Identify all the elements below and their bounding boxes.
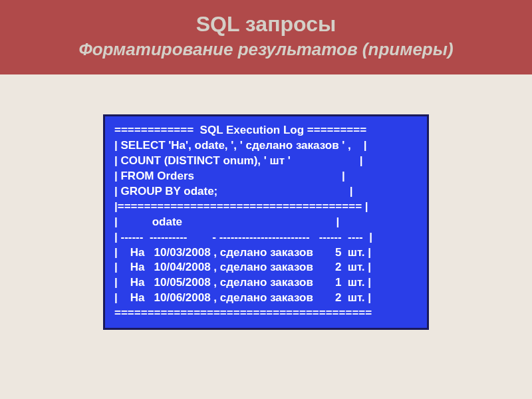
code-line: | На 10/06/2008 , сделано заказов 2 шт. … bbox=[114, 291, 418, 306]
slide-title: SQL запросы bbox=[13, 12, 519, 37]
code-line: | FROM Orders | bbox=[114, 169, 418, 184]
code-line: ======================================= bbox=[114, 306, 418, 321]
code-line: ============ SQL Execution Log ========= bbox=[114, 123, 418, 138]
code-line: | GROUP BY odate; | bbox=[114, 184, 418, 200]
code-line: | На 10/04/2008 , сделано заказов 2 шт. … bbox=[114, 260, 418, 275]
slide-header: SQL запросы Форматирование результатов (… bbox=[0, 0, 532, 74]
sql-execution-log-box: ============ SQL Execution Log =========… bbox=[103, 114, 429, 330]
code-line: | ------ ---------- - ------------------… bbox=[114, 230, 418, 245]
code-line: | odate | bbox=[114, 215, 418, 230]
code-line: | На 10/03/2008 , сделано заказов 5 шт. … bbox=[114, 245, 418, 261]
code-line: |===================================== | bbox=[114, 200, 418, 215]
code-line: | На 10/05/2008 , сделано заказов 1 шт. … bbox=[114, 275, 418, 291]
code-line: | COUNT (DISTINCT onum), ' шт ' | bbox=[114, 154, 418, 169]
code-line: | SELECT 'На', odate, ', ' сделано заказ… bbox=[114, 138, 418, 154]
slide-subtitle: Форматирование результатов (примеры) bbox=[13, 39, 519, 60]
